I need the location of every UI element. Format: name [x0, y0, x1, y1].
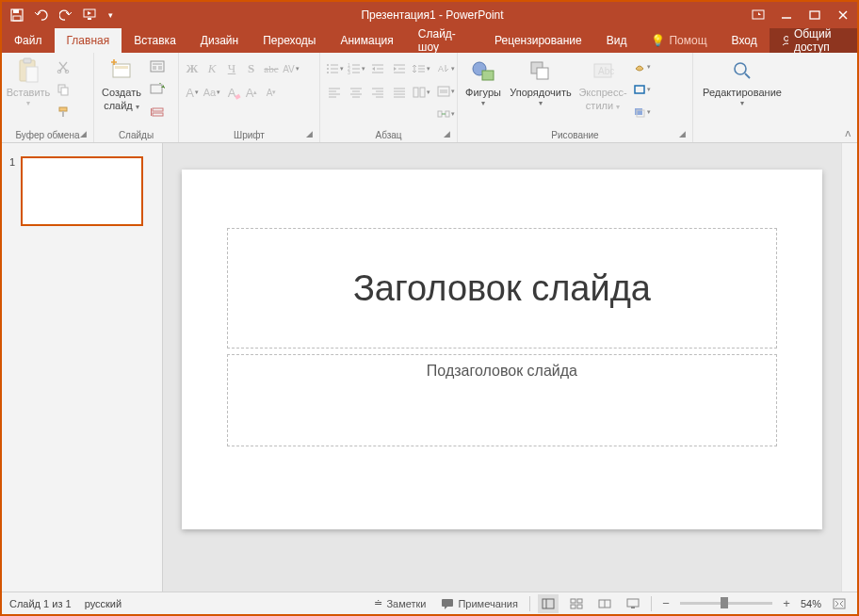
change-case-button[interactable]: Aa▾ — [203, 82, 221, 103]
tab-view[interactable]: Вид — [594, 28, 640, 53]
underline-button[interactable]: Ч — [222, 58, 241, 79]
tell-me[interactable]: 💡Помощ — [639, 28, 719, 53]
save-icon[interactable] — [6, 4, 28, 26]
decrease-font-button[interactable]: A▾ — [262, 82, 281, 103]
thumbnail-preview[interactable] — [21, 156, 143, 226]
tab-insert[interactable]: Вставка — [122, 28, 188, 53]
numbering-icon[interactable]: 123▾ — [346, 58, 366, 79]
group-paragraph-label: Абзац — [375, 130, 401, 140]
tab-design[interactable]: Дизайн — [188, 28, 251, 53]
redo-icon[interactable] — [55, 4, 77, 26]
zoom-slider[interactable] — [680, 602, 772, 605]
svg-point-10 — [784, 37, 788, 41]
normal-view-icon[interactable] — [538, 594, 559, 613]
slide-counter[interactable]: Слайд 1 из 1 — [9, 598, 72, 609]
group-drawing: Фигуры ▾ Упорядочить ▾ Abc Экспресс- сти… — [458, 53, 693, 142]
quick-styles-button[interactable]: Abc Экспресс- стили ▾ — [576, 55, 629, 112]
tab-slideshow[interactable]: Слайд-шоу — [406, 28, 482, 53]
dialog-launcher-icon[interactable]: ◢ — [302, 129, 316, 142]
shapes-button[interactable]: Фигуры ▾ — [462, 55, 505, 108]
slide-thumbnail-1[interactable]: 1 — [9, 156, 154, 226]
share-label: Общий доступ — [794, 27, 846, 54]
increase-indent-icon[interactable] — [389, 58, 410, 79]
tab-transitions[interactable]: Переходы — [251, 28, 328, 53]
font-color-button[interactable]: A▾ — [183, 82, 202, 103]
notes-button[interactable]: ≐Заметки — [370, 594, 430, 613]
collapse-ribbon-icon[interactable]: ʌ — [838, 53, 857, 142]
vertical-scrollbar[interactable] — [841, 143, 857, 592]
dialog-launcher-icon[interactable]: ◢ — [76, 129, 89, 142]
slideshow-view-icon[interactable] — [623, 594, 643, 613]
align-right-icon[interactable] — [367, 82, 388, 103]
slide-canvas[interactable]: Заголовок слайда Подзаголовок слайда — [182, 170, 822, 529]
slide-editor-pane[interactable]: Заголовок слайда Подзаголовок слайда — [163, 143, 841, 592]
title-placeholder[interactable]: Заголовок слайда — [227, 228, 777, 349]
clear-formatting-button[interactable]: A — [222, 82, 241, 103]
svg-rect-68 — [420, 88, 425, 97]
zoom-in-button[interactable]: + — [780, 596, 793, 610]
tab-home[interactable]: Главная — [55, 28, 122, 53]
new-slide-button[interactable]: Создать слайд ▾ — [98, 55, 145, 112]
align-left-icon[interactable] — [324, 82, 345, 103]
layout-icon[interactable] — [147, 57, 168, 77]
subtitle-placeholder[interactable]: Подзаголовок слайда — [227, 354, 777, 446]
increase-font-button[interactable]: A▴ — [242, 82, 261, 103]
section-icon[interactable] — [147, 102, 168, 122]
undo-icon[interactable] — [30, 4, 53, 26]
close-icon[interactable] — [829, 4, 857, 26]
align-center-icon[interactable] — [346, 82, 366, 103]
editing-label: Редактирование — [703, 87, 782, 98]
tab-file[interactable]: Файл — [2, 28, 55, 53]
sign-in[interactable]: Вход — [720, 28, 770, 53]
start-from-beginning-icon[interactable] — [79, 4, 102, 26]
arrange-button[interactable]: Упорядочить ▾ — [507, 55, 575, 108]
strikethrough-button[interactable]: abc — [262, 58, 281, 79]
bold-button[interactable]: Ж — [183, 58, 202, 79]
shape-outline-icon[interactable]: ▾ — [631, 79, 652, 100]
language-indicator[interactable]: русский — [85, 598, 122, 609]
format-painter-icon[interactable] — [53, 102, 73, 122]
maximize-icon[interactable] — [801, 4, 829, 26]
svg-rect-26 — [153, 108, 163, 111]
dialog-launcher-icon[interactable]: ◢ — [440, 129, 453, 142]
shape-effects-icon[interactable]: ▾ — [631, 102, 652, 122]
font-row-2: A▾ Aa▾ A A▴ A▾ — [183, 82, 281, 103]
ribbon-display-options-icon[interactable] — [744, 4, 772, 26]
cut-icon[interactable] — [53, 57, 73, 77]
italic-button[interactable]: К — [203, 58, 221, 79]
zoom-out-button[interactable]: − — [659, 596, 673, 610]
line-spacing-icon[interactable]: ▾ — [411, 58, 431, 79]
tab-review[interactable]: Рецензирование — [482, 28, 594, 53]
svg-rect-67 — [413, 88, 418, 97]
fit-to-window-icon[interactable] — [829, 594, 850, 613]
reading-view-icon[interactable] — [594, 594, 615, 613]
group-drawing-label: Рисование — [551, 130, 598, 140]
thumbnail-pane[interactable]: 1 — [2, 143, 163, 592]
text-shadow-button[interactable]: S — [242, 58, 261, 79]
reset-icon[interactable] — [147, 79, 168, 100]
decrease-indent-icon[interactable] — [367, 58, 388, 79]
comments-button[interactable]: Примечания — [437, 594, 522, 613]
align-text-icon[interactable]: ▾ — [435, 81, 456, 102]
minimize-icon[interactable] — [772, 4, 801, 26]
zoom-slider-thumb[interactable] — [721, 597, 728, 608]
qat-customize-icon[interactable]: ▾ — [104, 4, 117, 26]
smartart-icon[interactable]: ▾ — [435, 104, 456, 124]
copy-icon[interactable] — [53, 79, 73, 100]
char-spacing-button[interactable]: AV▾ — [282, 58, 300, 79]
text-direction-icon[interactable]: A▾ — [435, 58, 456, 79]
title-bar: ▾ Презентация1 - PowerPoint — [2, 2, 857, 28]
bullets-icon[interactable]: ▾ — [324, 58, 345, 79]
share-button[interactable]: Общий доступ — [770, 28, 857, 53]
clipboard-icon — [14, 57, 42, 85]
zoom-percent[interactable]: 54% — [801, 598, 821, 609]
editing-button[interactable]: Редактирование ▾ — [697, 55, 787, 108]
dialog-launcher-icon[interactable]: ◢ — [675, 129, 689, 142]
shape-fill-icon[interactable]: ▾ — [631, 57, 652, 77]
paste-button[interactable]: Вставить ▾ — [6, 55, 51, 108]
columns-icon[interactable]: ▾ — [411, 82, 431, 103]
tab-animations[interactable]: Анимация — [328, 28, 405, 53]
slide-sorter-view-icon[interactable] — [566, 594, 587, 613]
justify-icon[interactable] — [389, 82, 410, 103]
svg-rect-24 — [158, 66, 162, 70]
